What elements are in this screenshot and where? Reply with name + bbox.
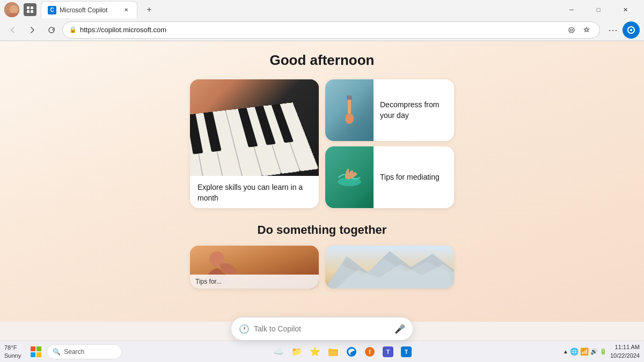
decompress-card-text: Decompress from your day xyxy=(374,94,454,126)
svg-point-4 xyxy=(569,27,574,33)
taskbar-app-folder[interactable] xyxy=(325,343,342,360)
more-options-button[interactable]: ⋯ xyxy=(604,21,621,39)
svg-rect-9 xyxy=(347,95,352,100)
maximize-button[interactable]: □ xyxy=(586,1,611,18)
reading-mode-icon[interactable] xyxy=(565,24,578,36)
decompress-card-image xyxy=(325,79,374,141)
tab-close-button[interactable]: ✕ xyxy=(122,6,130,14)
tab-title: Microsoft Copilot xyxy=(60,6,107,14)
taskbar-pinned-apps: ☁️ 📁 ⭐ f T T xyxy=(124,343,561,360)
meditate-card-image xyxy=(325,146,374,208)
refresh-button[interactable] xyxy=(43,21,60,39)
piano-card[interactable]: Explore skills you can learn in a month xyxy=(190,79,319,208)
taskbar-app-orange[interactable]: f xyxy=(361,343,378,360)
tray-volume-icon: 🔋 xyxy=(599,348,607,355)
minimize-button[interactable]: ─ xyxy=(559,1,584,18)
svg-point-8 xyxy=(345,113,354,124)
chat-history-icon[interactable]: 🕐 xyxy=(239,324,250,334)
taskbar-app-edge[interactable] xyxy=(343,343,360,360)
suggestion-cards-grid: Explore skills you can learn in a month … xyxy=(0,79,644,208)
chat-input-bar[interactable]: 🕐 🎤 xyxy=(231,317,413,341)
browser-chrome: C Microsoft Copilot ✕ + ─ □ ✕ 🔒 https://… xyxy=(0,0,644,41)
weather-condition: Sunny xyxy=(4,352,21,359)
brush-svg-visual xyxy=(325,79,374,141)
nav-right-buttons: ⋯ xyxy=(604,21,640,39)
copilot-button[interactable] xyxy=(623,21,640,39)
current-time: 11:11 AM xyxy=(610,343,640,351)
person-card-overlay-text: Tips for... xyxy=(190,275,319,289)
tray-network-icon: 📶 xyxy=(580,348,589,356)
main-content: Good afternoon xyxy=(0,41,644,322)
svg-rect-2 xyxy=(27,10,30,13)
tray-chevron[interactable]: ▲ xyxy=(563,349,568,354)
meditate-card-text: Tips for mediating xyxy=(374,167,446,188)
mountains-image xyxy=(325,246,454,289)
small-cards-column: Decompress from your day Tips xyxy=(325,79,454,208)
meditate-card[interactable]: Tips for mediating xyxy=(325,146,454,208)
address-bar-icons xyxy=(565,24,593,36)
taskbar-app-blue-t[interactable]: T xyxy=(398,343,415,360)
tray-wifi-icon: 🔊 xyxy=(590,348,598,355)
tab-favicon: C xyxy=(48,6,56,14)
taskbar-app-files[interactable]: 📁 xyxy=(288,343,305,360)
chat-input-field[interactable] xyxy=(254,324,390,333)
favorites-icon[interactable] xyxy=(580,24,593,36)
win-logo-green xyxy=(36,346,41,351)
win-logo-red xyxy=(31,346,35,351)
microphone-icon[interactable]: 🎤 xyxy=(394,324,405,334)
piano-card-image xyxy=(190,79,319,176)
weather-temp: 78°F xyxy=(4,344,21,351)
mountains-card[interactable] xyxy=(325,246,454,289)
taskbar-app-cloud[interactable]: ☁️ xyxy=(270,343,287,360)
svg-text:T: T xyxy=(386,349,390,355)
win-logo-yellow xyxy=(36,352,41,357)
new-tab-button[interactable]: + xyxy=(142,2,157,17)
svg-point-5 xyxy=(570,29,573,31)
piano-keys-visual xyxy=(190,102,319,176)
section2-heading: Do something together xyxy=(0,223,644,237)
system-tray-icons: ▲ 🌐 📶 🔊 🔋 xyxy=(563,348,607,356)
current-date: 10/22/2024 xyxy=(610,352,640,360)
piano-card-text: Explore skills you can learn in a month xyxy=(190,176,319,208)
person-card[interactable]: Tips for... xyxy=(190,246,319,289)
url-text: https://copilot.microsoft.com xyxy=(80,26,562,34)
lock-icon: 🔒 xyxy=(69,26,77,33)
svg-point-6 xyxy=(630,29,632,31)
taskbar-right-section: ▲ 🌐 📶 🔊 🔋 11:11 AM 10/22/2024 xyxy=(563,343,640,360)
back-button[interactable] xyxy=(4,21,21,39)
search-icon: 🔍 xyxy=(53,348,61,356)
forward-button[interactable] xyxy=(24,21,41,39)
person-card-label: Tips for... xyxy=(195,278,222,285)
taskbar-app-star[interactable]: ⭐ xyxy=(306,343,324,360)
decompress-card[interactable]: Decompress from your day xyxy=(325,79,454,141)
tray-globe-icon: 🌐 xyxy=(570,348,579,356)
svg-rect-0 xyxy=(27,6,30,9)
close-button[interactable]: ✕ xyxy=(613,1,638,18)
active-tab[interactable]: C Microsoft Copilot ✕ xyxy=(41,1,137,18)
bottom-cards-row: Tips for... xyxy=(0,246,644,289)
greeting-heading: Good afternoon xyxy=(0,52,644,69)
title-bar: C Microsoft Copilot ✕ + ─ □ ✕ xyxy=(0,0,644,19)
taskbar-search[interactable]: 🔍 Search xyxy=(47,344,122,359)
browser-profile-small[interactable] xyxy=(4,2,19,17)
taskbar: 78°F Sunny 🔍 Search ☁️ 📁 ⭐ f T T xyxy=(0,341,644,362)
start-button[interactable] xyxy=(27,343,45,360)
taskbar-app-teams[interactable]: T xyxy=(379,343,397,360)
weather-widget[interactable]: 78°F Sunny xyxy=(4,344,21,359)
taskbar-clock[interactable]: 11:11 AM 10/22/2024 xyxy=(610,343,640,360)
water-svg-visual xyxy=(325,146,374,208)
svg-rect-1 xyxy=(31,6,33,9)
win-logo-blue xyxy=(31,352,35,357)
extensions-button[interactable] xyxy=(24,3,36,16)
windows-logo xyxy=(31,346,41,357)
search-label: Search xyxy=(64,348,84,356)
window-controls: ─ □ ✕ xyxy=(559,1,638,18)
svg-rect-3 xyxy=(31,10,33,13)
svg-text:T: T xyxy=(405,349,408,355)
address-bar[interactable]: 🔒 https://copilot.microsoft.com xyxy=(62,21,600,39)
svg-rect-7 xyxy=(348,97,351,116)
nav-bar: 🔒 https://copilot.microsoft.com ⋯ xyxy=(0,19,644,41)
